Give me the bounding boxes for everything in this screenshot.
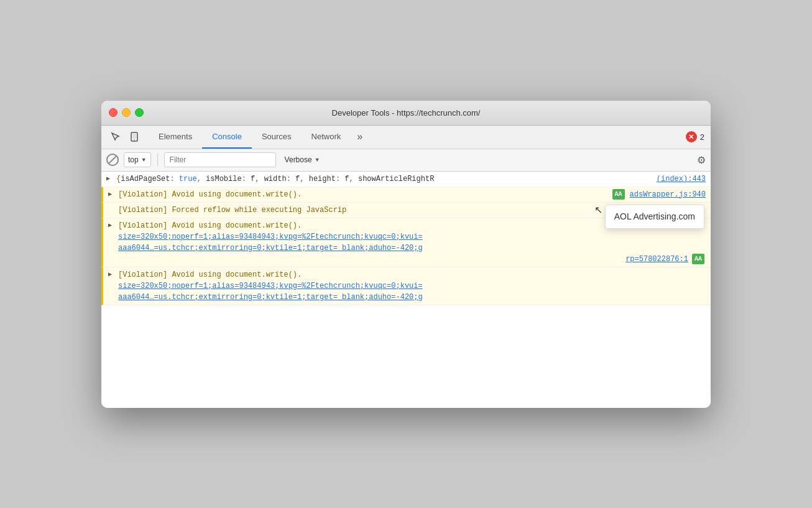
console-text-2: [Violation] Avoid using document.write()…: [118, 190, 302, 199]
tab-bar: Elements Console Sources Network » ✕ 2: [101, 126, 711, 149]
tab-sources[interactable]: Sources: [252, 125, 302, 149]
file-link-4[interactable]: rp=578022876:1: [625, 254, 688, 265]
titlebar: Developer Tools - https://techcrunch.com…: [101, 101, 711, 126]
aa-badge-1: AA: [612, 189, 625, 200]
error-badge: ✕ 2: [686, 131, 704, 142]
expand-arrow-2[interactable]: ▶: [108, 190, 112, 199]
url-link-4b[interactable]: aaa6044…=us.tchcr;extmirroring=0;kvtile=…: [118, 244, 423, 252]
svg-rect-1: [132, 134, 136, 139]
console-text-5: [Violation] Avoid using document.write()…: [118, 270, 302, 279]
expand-arrow-1[interactable]: ▶: [106, 174, 110, 183]
expand-arrow-5[interactable]: ▶: [108, 270, 112, 279]
aa-badge-4: AA: [692, 254, 704, 264]
cursor-icon: ↖: [594, 203, 602, 218]
console-text-4: [Violation] Avoid using document.write()…: [118, 221, 302, 230]
tooltip-text: AOL Advertising.com: [614, 211, 695, 221]
url-link-5b[interactable]: aaa6044…=us.tchcr;extmirroring=0;kvtile=…: [118, 293, 423, 302]
svg-point-2: [134, 139, 134, 140]
verbose-dropdown-arrow: ▼: [315, 157, 320, 163]
more-tabs-button[interactable]: »: [353, 125, 366, 149]
clear-console-button[interactable]: [106, 154, 119, 166]
file-link-1[interactable]: (index):443: [657, 173, 706, 185]
console-toolbar: top ▼ Verbose ▼ ⚙: [101, 149, 711, 172]
minimize-button[interactable]: [122, 108, 131, 117]
console-content: ▶ (index):443 {isAdPageSet: true, isMobi…: [101, 172, 711, 408]
console-text-3: [Violation] Forced reflow while executin…: [118, 206, 346, 215]
console-row-5: ▶ [Violation] Avoid using document.write…: [101, 267, 711, 305]
devtools-window: Developer Tools - https://techcrunch.com…: [101, 101, 711, 408]
expand-arrow-4[interactable]: ▶: [108, 221, 112, 230]
filter-input[interactable]: [164, 152, 276, 167]
device-icon[interactable]: [126, 129, 142, 145]
console-row-1: ▶ (index):443 {isAdPageSet: true, isMobi…: [101, 172, 711, 187]
maximize-button[interactable]: [135, 108, 144, 117]
window-title: Developer Tools - https://techcrunch.com…: [332, 108, 481, 118]
tab-console[interactable]: Console: [202, 125, 252, 149]
context-dropdown-arrow: ▼: [141, 157, 147, 163]
traffic-lights: [109, 108, 144, 117]
context-dropdown[interactable]: top ▼: [124, 152, 151, 167]
error-icon: ✕: [686, 131, 697, 142]
file-link-2[interactable]: adsWrapper.js:940: [630, 189, 706, 200]
tooltip-popup: ↖ AOL Advertising.com: [605, 205, 704, 229]
console-row-2: ▶ [Violation] Avoid using document.write…: [101, 187, 711, 203]
url-link-4a[interactable]: size=320x50;noperf=1;alias=93484943;kvpg…: [118, 233, 423, 241]
url-link-5a[interactable]: size=320x50;noperf=1;alias=93484943;kvpg…: [118, 282, 423, 290]
error-count: 2: [700, 132, 704, 142]
tabs-container: Elements Console Sources Network: [149, 125, 351, 149]
settings-icon[interactable]: ⚙: [697, 154, 706, 166]
tab-network[interactable]: Network: [302, 125, 351, 149]
tab-elements[interactable]: Elements: [149, 125, 202, 149]
toolbar-divider: [157, 154, 158, 166]
inspect-icon[interactable]: [108, 129, 124, 145]
verbose-dropdown[interactable]: Verbose ▼: [281, 152, 324, 167]
close-button[interactable]: [109, 108, 118, 117]
console-text-1: {isAdPageSet: true, isMobile: f, width: …: [116, 175, 434, 183]
